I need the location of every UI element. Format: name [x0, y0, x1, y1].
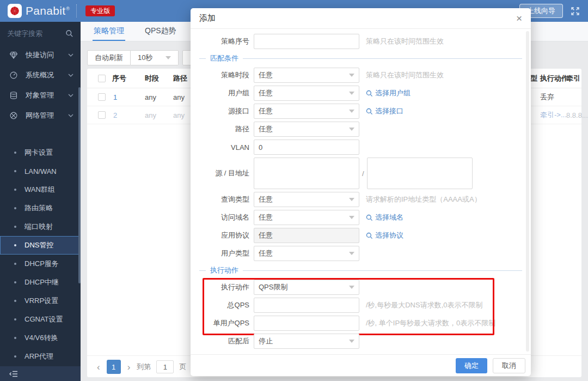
choose-user-group-link[interactable]: 选择用户组 — [366, 88, 411, 98]
tab-qps-trend[interactable]: QPS趋势 — [144, 22, 177, 41]
highlighted-fields-group: 执行动作 QPS限制 总QPS /秒,每秒最大DNS请求数,0表示不限制 单用户… — [199, 280, 522, 331]
vlan-input[interactable] — [254, 140, 359, 155]
dest-address-textarea[interactable] — [367, 158, 473, 189]
app-protocol-field: 任意 — [254, 228, 359, 243]
policy-no-link[interactable]: 2 — [113, 111, 117, 119]
time-cell: any — [145, 111, 156, 119]
field-label: 单用户QPS — [199, 318, 249, 328]
tab-policy-management[interactable]: 策略管理 — [93, 22, 125, 41]
registered-mark: ® — [66, 6, 70, 11]
auto-refresh-button[interactable]: 自动刷新 — [87, 50, 131, 65]
dialog-footer: 确定 取消 — [191, 354, 531, 376]
sidebar-collapse-button[interactable] — [0, 366, 81, 381]
column-header-time: 时段 — [145, 74, 159, 83]
after-match-select[interactable]: 停止 — [254, 334, 359, 349]
panabit-pinwheel-icon — [8, 4, 22, 18]
sidebar-item-cgnat-settings[interactable]: CGNAT设置 — [0, 310, 81, 329]
sidebar-item-dns-control[interactable]: DNS管控 — [0, 236, 81, 255]
bullet-dot-icon — [14, 152, 16, 154]
path-select[interactable]: 任意 — [254, 122, 359, 137]
close-icon[interactable]: × — [516, 13, 522, 23]
sidebar-item-wan-group[interactable]: WAN群组 — [0, 180, 81, 199]
chevron-down-icon — [349, 198, 354, 201]
sidebar-search — [0, 22, 81, 45]
user-type-select[interactable]: 任意 — [254, 246, 359, 261]
magnifier-icon — [366, 108, 373, 115]
refresh-interval-select[interactable]: 10秒 — [131, 50, 179, 65]
choose-protocol-link[interactable]: 选择协议 — [366, 231, 403, 240]
sidebar-group-network-management[interactable]: 网络管理 — [0, 105, 81, 125]
row-checkbox[interactable] — [98, 111, 106, 119]
cancel-button[interactable]: 取消 — [493, 358, 525, 373]
per-user-qps-input[interactable] — [254, 316, 359, 331]
form-row: 执行动作 QPS限制 — [199, 280, 522, 295]
action-cell: 丢弃 — [540, 92, 554, 102]
dialog-title: 添加 — [199, 13, 216, 23]
bullet-dot-icon — [14, 281, 16, 283]
chevron-down-icon — [349, 128, 354, 131]
sidebar-item-lan-wan[interactable]: LAN/WAN — [0, 162, 81, 180]
sidebar-group-label: 快捷访问 — [26, 50, 68, 60]
sidebar-item-nic-settings[interactable]: 网卡设置 — [0, 143, 81, 162]
row-checkbox[interactable] — [98, 93, 106, 101]
sidebar-group-label: 系统概况 — [26, 70, 68, 80]
chevron-down-icon — [68, 114, 74, 117]
bullet-dot-icon — [14, 300, 16, 302]
search-input[interactable] — [7, 29, 65, 38]
sidebar-group-quick-access[interactable]: 快捷访问 — [0, 45, 81, 65]
select-all-checkbox[interactable] — [98, 75, 106, 82]
section-title-execute-action: 执行动作 — [199, 265, 522, 275]
query-type-select[interactable]: 任意 — [254, 192, 359, 207]
policy-id-input[interactable] — [254, 34, 359, 49]
sidebar-item-v4-v6-translation[interactable]: V4/V6转换 — [0, 329, 81, 347]
sidebar-group-object-management[interactable]: 对象管理 — [0, 85, 81, 105]
dialog-scrollbar[interactable] — [526, 31, 529, 352]
form-row: 用户组 任意 选择用户组 — [199, 86, 522, 101]
domain-select[interactable]: 任意 — [254, 210, 359, 225]
column-header-no: 序号 — [112, 74, 126, 83]
sidebar-item-vrrp-settings[interactable]: VRRP设置 — [0, 292, 81, 310]
chevron-down-icon — [349, 286, 354, 289]
policy-period-select[interactable]: 任意 — [254, 68, 359, 83]
source-interface-select[interactable]: 任意 — [254, 104, 359, 119]
sidebar-scrollbar[interactable] — [78, 87, 81, 283]
user-group-select[interactable]: 任意 — [254, 86, 359, 101]
sidebar-item-routing-policy[interactable]: 路由策略 — [0, 199, 81, 217]
prev-page-button[interactable]: ‹ — [96, 362, 101, 372]
form-row: 用户类型 任意 — [199, 246, 522, 261]
search-icon[interactable] — [65, 29, 74, 38]
action-cell[interactable]: 牵引->... — [540, 110, 567, 120]
sidebar-item-dhcp-service[interactable]: DHCP服务 — [0, 255, 81, 273]
confirm-button[interactable]: 确定 — [456, 358, 487, 373]
field-label: 源 / 目地址 — [199, 168, 249, 178]
goto-page-suffix: 页 — [179, 362, 186, 372]
source-address-textarea[interactable] — [254, 158, 359, 189]
sidebar-item-arp-proxy[interactable]: ARP代理 — [0, 347, 81, 366]
sidebar-group-label: 对象管理 — [26, 90, 68, 100]
field-hint: 请求解析的IP地址类型（AAAA或A） — [366, 195, 481, 204]
field-label: 应用协议 — [199, 231, 249, 240]
bullet-dot-icon — [14, 318, 16, 320]
sidebar-group-system-overview[interactable]: 系统概况 — [0, 65, 81, 85]
field-label: 用户类型 — [199, 249, 249, 258]
policy-no-link[interactable]: 1 — [113, 93, 117, 101]
form-row: 源接口 任意 选择接口 — [199, 104, 522, 119]
magnifier-icon — [366, 214, 373, 221]
bullet-dot-icon — [14, 337, 16, 339]
form-row: 源 / 目地址 / — [199, 158, 522, 189]
menu-fold-icon — [9, 370, 18, 378]
current-page-button[interactable]: 1 — [107, 360, 121, 374]
goto-page-input[interactable] — [156, 360, 174, 373]
field-label: 执行动作 — [199, 282, 249, 292]
total-qps-input[interactable] — [254, 298, 359, 313]
choose-domain-link[interactable]: 选择域名 — [366, 213, 403, 222]
network-wheel-icon — [9, 111, 18, 120]
magnifier-icon — [366, 90, 373, 97]
fullscreen-icon[interactable] — [571, 7, 579, 15]
choose-interface-link[interactable]: 选择接口 — [366, 106, 403, 116]
sidebar-item-dhcp-relay[interactable]: DHCP中继 — [0, 273, 81, 292]
goto-page-prefix: 到第 — [137, 362, 151, 372]
next-page-button[interactable]: › — [126, 362, 132, 372]
action-select[interactable]: QPS限制 — [254, 280, 359, 295]
sidebar-item-port-mapping[interactable]: 端口映射 — [0, 217, 81, 236]
